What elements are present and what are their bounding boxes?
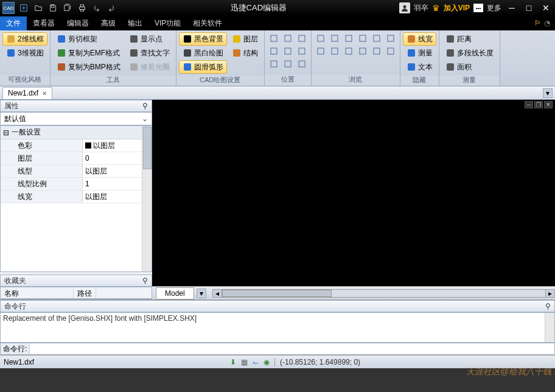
nav-icon[interactable]	[267, 58, 281, 70]
drawing-canvas[interactable]: ─ ❐ ✕	[152, 100, 555, 286]
nav-icon[interactable]	[342, 45, 355, 57]
ribbon-2维线框[interactable]: 2维线框	[2, 32, 47, 46]
user-icon[interactable]	[399, 2, 410, 13]
document-tab[interactable]: New1.dxf ✕	[2, 87, 52, 99]
status-icon-snap[interactable]: ⬇	[230, 358, 236, 366]
more-label[interactable]: 更多	[487, 3, 501, 13]
scroll-thumb[interactable]	[143, 127, 152, 169]
maximize-icon[interactable]: □	[522, 2, 536, 13]
ribbon-复制为EMF格式[interactable]: 复制为EMF格式	[53, 46, 124, 60]
nav-icon[interactable]	[295, 32, 309, 44]
menu-高级[interactable]: 高级	[95, 16, 122, 30]
ribbon-图层[interactable]: 图层	[228, 32, 262, 46]
ribbon-线宽[interactable]: 线宽	[403, 32, 436, 46]
canvas-restore-icon[interactable]: ❐	[534, 101, 543, 108]
vip-button[interactable]: 加入VIP	[444, 3, 470, 13]
ribbon-group-label: 隐藏	[400, 75, 439, 86]
prop-section[interactable]: ⊟一般设置	[1, 126, 152, 139]
ribbon-距离[interactable]: 距离	[442, 32, 497, 46]
tab-menu-icon[interactable]: ▾	[543, 88, 553, 98]
fav-col-path[interactable]: 路径	[74, 287, 96, 298]
ribbon-测量[interactable]: 测量	[403, 46, 436, 60]
ribbon-查找文字[interactable]: 查找文字	[125, 46, 173, 60]
nav-icon[interactable]	[314, 45, 327, 57]
print-icon[interactable]	[75, 2, 89, 14]
save-icon[interactable]	[46, 2, 60, 14]
prop-scrollbar[interactable]	[142, 126, 152, 271]
prop-row[interactable]: 线宽以图层	[1, 191, 152, 203]
model-tab[interactable]: Model	[156, 287, 194, 299]
tab-close-icon[interactable]: ✕	[42, 90, 47, 97]
ribbon-黑白绘图[interactable]: 黑白绘图	[179, 46, 227, 60]
menu-编辑器[interactable]: 编辑器	[61, 16, 95, 30]
canvas-min-icon[interactable]: ─	[525, 101, 533, 108]
nav-icon[interactable]	[281, 58, 295, 70]
more-icon[interactable]: •••	[473, 4, 483, 12]
pin-icon[interactable]: ⚲	[142, 276, 148, 285]
collapse-icon[interactable]: ⊟	[3, 128, 9, 137]
ribbon-结构[interactable]: 结构	[228, 46, 262, 60]
ribbon-黑色背景[interactable]: 黑色背景	[179, 32, 227, 46]
fav-col-name[interactable]: 名称	[1, 287, 74, 298]
ribbon-文本[interactable]: 文本	[403, 60, 436, 74]
nav-icon[interactable]	[356, 45, 369, 57]
help-icon[interactable]: ◔	[544, 19, 550, 27]
prop-row[interactable]: 线型以图层	[1, 165, 152, 178]
status-icon-polar[interactable]: ◉	[264, 358, 270, 366]
ribbon-剪切框架[interactable]: 剪切框架	[53, 32, 124, 46]
nav-icon[interactable]	[267, 32, 281, 44]
cmd-scrollbar[interactable]	[545, 313, 554, 342]
redo-icon[interactable]	[105, 2, 118, 14]
ribbon-面积[interactable]: 面积	[442, 60, 497, 74]
canvas-close-icon[interactable]: ✕	[544, 101, 553, 108]
nav-icon[interactable]	[370, 45, 383, 57]
prop-row[interactable]: 线型比例1	[1, 178, 152, 191]
scroll-right-icon[interactable]: ▸	[545, 289, 555, 298]
menu-输出[interactable]: 输出	[122, 16, 148, 30]
nav-icon[interactable]	[384, 45, 397, 57]
nav-icon[interactable]	[295, 45, 309, 57]
undo-icon[interactable]	[90, 2, 103, 14]
minimize-icon[interactable]: ─	[505, 2, 518, 13]
menu-相关软件[interactable]: 相关软件	[187, 16, 228, 30]
nav-icon[interactable]	[370, 32, 383, 44]
menu-查看器[interactable]: 查看器	[27, 16, 61, 30]
svg-rect-32	[374, 35, 380, 41]
new-icon[interactable]	[17, 2, 30, 14]
nav-icon[interactable]	[342, 32, 355, 44]
svg-rect-11	[130, 35, 138, 43]
properties-combo[interactable]: 默认值 ⌄	[0, 112, 152, 125]
ribbon-修剪光圈[interactable]: 修剪光圈	[125, 60, 173, 74]
menu-VIP功能[interactable]: VIP功能	[148, 16, 187, 30]
nav-icon[interactable]	[281, 45, 295, 57]
scroll-thumb[interactable]	[222, 290, 332, 297]
menu-文件[interactable]: 文件	[0, 16, 27, 30]
nav-icon[interactable]	[267, 45, 281, 57]
nav-icon[interactable]	[328, 32, 341, 44]
nav-icon[interactable]	[314, 32, 327, 44]
flag-icon[interactable]: 🏳	[534, 19, 542, 27]
ribbon-显示点[interactable]: 显示点	[125, 32, 173, 46]
ribbon-3维视图[interactable]: 3维视图	[2, 46, 47, 60]
prop-row[interactable]: 图层0	[1, 152, 152, 165]
nav-icon[interactable]	[295, 58, 309, 70]
open-icon[interactable]	[32, 2, 45, 14]
nav-icon[interactable]	[356, 32, 369, 44]
save-all-icon[interactable]	[61, 2, 74, 14]
prop-row[interactable]: 色彩以图层	[1, 139, 152, 152]
ribbon-多段线长度[interactable]: 多段线长度	[442, 46, 497, 60]
command-input[interactable]	[30, 343, 554, 354]
ribbon-复制为BMP格式[interactable]: 复制为BMP格式	[53, 60, 124, 74]
nav-icon[interactable]	[384, 32, 397, 44]
model-menu-icon[interactable]: ▾	[197, 289, 206, 298]
ribbon-圆滑弧形[interactable]: 圆滑弧形	[179, 60, 227, 74]
nav-icon[interactable]	[328, 45, 341, 57]
h-scrollbar[interactable]: ◂ ▸	[212, 289, 555, 298]
pin-icon[interactable]: ⚲	[142, 102, 148, 110]
status-icon-ortho[interactable]: ⌙	[253, 358, 259, 366]
status-icon-grid[interactable]: ▦	[241, 358, 248, 366]
scroll-left-icon[interactable]: ◂	[212, 289, 222, 298]
close-icon[interactable]: ✕	[539, 2, 553, 13]
pin-icon[interactable]: ⚲	[545, 302, 551, 310]
nav-icon[interactable]	[281, 32, 295, 44]
